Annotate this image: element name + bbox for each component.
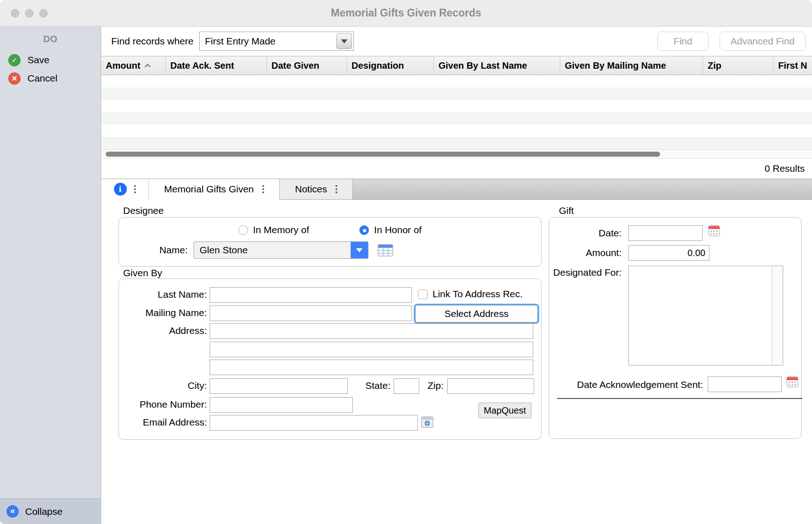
- chevron-down-icon: [341, 39, 347, 44]
- chevron-down-icon: [356, 248, 363, 252]
- designee-groupbox: In Memory of In Honor of Name: Glen Ston…: [119, 217, 541, 267]
- designated-for-textarea[interactable]: [629, 266, 783, 365]
- column-header-given-by-mailing-name[interactable]: Given By Mailing Name: [560, 56, 703, 75]
- gift-amount-label: Amount:: [549, 247, 622, 259]
- given-by-groupbox: Last Name: Link To Address Rec. Mailing …: [119, 278, 541, 440]
- mapquest-button[interactable]: MapQuest: [478, 403, 531, 418]
- select-address-button[interactable]: Select Address: [415, 305, 538, 322]
- open-web-browser-button[interactable]: [421, 416, 433, 428]
- designee-name-row: Name: Glen Stone: [119, 241, 541, 259]
- collapse-button[interactable]: « Collapse: [0, 498, 101, 524]
- column-header-amount[interactable]: Amount: [101, 56, 166, 75]
- date-acknowledgement-sent-label: Date Acknowledgement Sent:: [549, 379, 703, 391]
- tab-notices[interactable]: Notices: [280, 179, 353, 199]
- zip-label: Zip:: [370, 380, 444, 391]
- save-label: Save: [27, 55, 49, 66]
- address-line1-input[interactable]: [210, 323, 533, 339]
- designee-section-label: Designee: [123, 205, 164, 216]
- address-line3-input[interactable]: [210, 360, 533, 375]
- web-page-icon: [421, 416, 433, 428]
- vertical-dots-icon[interactable]: [134, 185, 136, 193]
- tab-label: Notices: [295, 184, 327, 195]
- save-button[interactable]: ✓ Save: [0, 51, 101, 69]
- advanced-find-button[interactable]: Advanced Find: [720, 32, 806, 51]
- table-row: [101, 75, 812, 87]
- sort-ascending-icon: [145, 64, 151, 70]
- column-label: Given By Mailing Name: [565, 60, 666, 71]
- horizontal-scrollbar-track[interactable]: [101, 149, 812, 158]
- gift-section-label: Gift: [559, 205, 574, 216]
- main-panel: Find records where First Entry Made Find…: [101, 27, 812, 524]
- in-memory-of-radio[interactable]: In Memory of: [238, 224, 309, 235]
- window-title: Memorial Gifts Given Records: [331, 7, 481, 19]
- date-ack-calendar-button[interactable]: [786, 375, 799, 388]
- tab-memorial-gifts-given[interactable]: Memorial Gifts Given: [149, 179, 280, 199]
- phone-number-label: Phone Number:: [119, 399, 207, 410]
- name-lookup-table-button[interactable]: [378, 244, 393, 257]
- address-label: Address:: [119, 325, 207, 336]
- app-body: DO ✓ Save × Cancel « Collapse Find recor…: [0, 27, 812, 524]
- in-honor-of-radio[interactable]: In Honor of: [359, 224, 422, 235]
- info-icon[interactable]: i: [114, 183, 127, 196]
- vertical-dots-icon[interactable]: [336, 185, 337, 193]
- column-label: Zip: [708, 60, 721, 71]
- find-field-dropdown[interactable]: First Entry Made: [199, 32, 354, 51]
- cancel-button[interactable]: × Cancel: [0, 69, 101, 87]
- column-label: Given By Last Name: [438, 60, 527, 71]
- minimize-window-button[interactable]: [25, 9, 33, 17]
- mailing-name-input[interactable]: [210, 306, 412, 321]
- mailing-name-label: Mailing Name:: [119, 307, 207, 318]
- email-address-input[interactable]: [210, 415, 418, 431]
- save-check-icon: ✓: [8, 54, 21, 66]
- results-table-body: [101, 75, 812, 149]
- column-header-first-name[interactable]: First N: [774, 56, 812, 75]
- title-bar: Memorial Gifts Given Records: [0, 0, 812, 27]
- column-label: Designation: [352, 60, 404, 71]
- tab-bar-lead: i: [101, 179, 149, 199]
- link-to-address-row: Link To Address Rec.: [418, 289, 523, 300]
- designee-name-dropdown-button[interactable]: [351, 242, 368, 258]
- phone-number-input[interactable]: [210, 397, 353, 413]
- find-field-dropdown-value: First Entry Made: [200, 32, 335, 50]
- in-memory-of-label: In Memory of: [253, 224, 309, 235]
- calendar-icon: [786, 375, 799, 388]
- horizontal-scrollbar-thumb[interactable]: [106, 152, 660, 157]
- email-address-label: Email Address:: [119, 417, 207, 428]
- gift-date-input[interactable]: [628, 225, 703, 241]
- column-header-date-ack-sent[interactable]: Date Ack. Sent: [166, 56, 267, 75]
- find-button[interactable]: Find: [657, 32, 709, 51]
- collapse-label: Collapse: [25, 506, 63, 517]
- date-acknowledgement-sent-input[interactable]: [708, 377, 782, 392]
- table-grid-icon: [378, 244, 393, 257]
- close-window-button[interactable]: [11, 9, 19, 17]
- results-table-header: Amount Date Ack. Sent Date Given Designa…: [101, 56, 812, 75]
- column-header-zip[interactable]: Zip: [703, 56, 774, 75]
- results-count-row: 0 Results: [101, 158, 812, 179]
- gift-date-calendar-button[interactable]: [708, 224, 720, 237]
- address-line2-input[interactable]: [210, 342, 533, 357]
- column-header-designation[interactable]: Designation: [347, 56, 434, 75]
- designee-name-combo[interactable]: Glen Stone: [194, 241, 368, 259]
- table-row: [101, 112, 812, 125]
- zip-input[interactable]: [447, 378, 534, 394]
- find-field-dropdown-button[interactable]: [336, 33, 352, 49]
- designee-name-value[interactable]: Glen Stone: [194, 242, 351, 258]
- table-row: [101, 125, 812, 137]
- gift-date-label: Date:: [549, 227, 622, 239]
- app-window: Memorial Gifts Given Records DO ✓ Save ×…: [0, 0, 812, 524]
- column-header-given-by-last-name[interactable]: Given By Last Name: [434, 56, 560, 75]
- window-controls: [11, 9, 48, 17]
- link-to-address-checkbox[interactable]: [418, 289, 428, 299]
- column-header-date-given[interactable]: Date Given: [267, 56, 347, 75]
- last-name-input[interactable]: [210, 287, 412, 303]
- results-count: 0 Results: [764, 163, 805, 174]
- designated-for-scrollbar[interactable]: [772, 266, 783, 365]
- given-by-section-label: Given By: [123, 267, 162, 278]
- zoom-window-button[interactable]: [39, 9, 48, 17]
- calendar-icon: [708, 224, 720, 237]
- find-bar: Find records where First Entry Made Find…: [101, 27, 812, 56]
- cancel-label: Cancel: [27, 73, 57, 84]
- vertical-dots-icon[interactable]: [262, 185, 264, 193]
- gift-amount-input[interactable]: [628, 245, 709, 261]
- column-label: Amount: [106, 60, 141, 71]
